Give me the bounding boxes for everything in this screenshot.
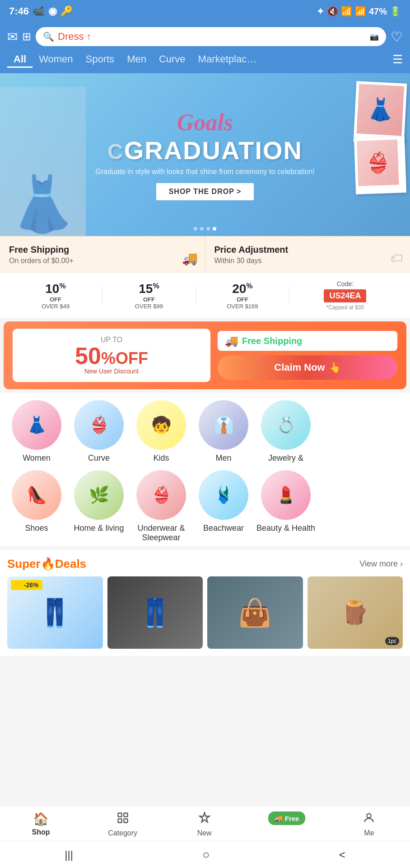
svg-rect-3: [124, 819, 127, 822]
dot-3[interactable]: [206, 227, 210, 231]
wishlist-button[interactable]: ♡: [391, 29, 403, 45]
truck-icon: 🚚: [182, 251, 198, 266]
new-icon: [198, 811, 211, 827]
women-icon: 👗: [12, 400, 61, 450]
category-men-label: Men: [215, 453, 231, 463]
jewelry-icon: 💍: [261, 400, 311, 450]
deal-card-3[interactable]: 👜: [207, 576, 303, 649]
deal-card-4[interactable]: 🪵 1pc: [308, 576, 403, 649]
category-row-1: 👗 Women 👙 Curve 🧒 Kids 👔 Men 💍: [0, 400, 410, 463]
category-beauty[interactable]: 💄 Beauty & Health: [256, 470, 315, 542]
deal-badge-1: ⚡ -26%: [11, 580, 42, 590]
category-beachwear[interactable]: 🩱 Beachwear: [194, 470, 253, 542]
search-arrow: ↑: [87, 31, 92, 42]
category-home-circle: 🌿: [74, 470, 124, 520]
category-row-2: 👠 Shoes 🌿 Home & living 👙 Underwear & Sl…: [0, 470, 410, 542]
discount-15: 15% OFF OVER $99: [102, 282, 196, 310]
nav-me[interactable]: Me: [351, 811, 387, 837]
hamburger-menu[interactable]: ☰: [392, 52, 403, 66]
tag-icon: 🏷: [390, 251, 403, 266]
category-curve-circle: 👙: [74, 400, 124, 450]
signal-icon: 📶: [355, 6, 366, 17]
claim-now-button[interactable]: Claim Now 👆: [218, 355, 397, 380]
code-cap: *Capped at $35: [289, 304, 401, 311]
battery-icon: 🔋: [390, 6, 401, 17]
svg-rect-0: [118, 813, 121, 817]
hero-grad-text: Graduation: [124, 136, 303, 165]
category-home[interactable]: 🌿 Home & living: [70, 470, 128, 542]
discount-10-off: OFF: [9, 296, 102, 303]
view-more-link[interactable]: View more ›: [359, 559, 403, 569]
search-bar[interactable]: 🔍 Dress ↑ 📷: [36, 27, 386, 46]
status-time: 7:46 📹 ◉ 🔑: [9, 5, 73, 17]
tab-women[interactable]: Women: [33, 51, 79, 68]
discount-20-percent: 20%: [196, 282, 289, 296]
shop-label: Shop: [32, 828, 50, 836]
category-curve[interactable]: 👙 Curve: [70, 400, 128, 463]
discount-row: 10% OFF OVER $49 15% OFF OVER $99 20% OF…: [0, 273, 410, 318]
free-ship-promo: 🚚 Free Shipping: [218, 331, 397, 351]
hero-cta-button[interactable]: SHOP THE DROP >: [156, 183, 254, 200]
nav-free[interactable]: 🚚 Free: [268, 811, 306, 837]
android-back-btn[interactable]: <: [339, 849, 345, 861]
price-adjustment-sub: Within 30 days: [214, 257, 401, 265]
polaroid-1: 👗: [354, 81, 407, 144]
tab-sports[interactable]: Sports: [79, 51, 121, 68]
category-shoes-circle: 👠: [12, 470, 61, 520]
nav-new[interactable]: New: [186, 811, 223, 837]
tab-curve[interactable]: Curve: [153, 51, 192, 68]
discount-code-section[interactable]: Code: US24EA *Capped at $35: [289, 280, 401, 311]
hero-content: Goals CGraduation Graduate in style with…: [95, 109, 315, 200]
beach-icon: 🩱: [199, 470, 248, 520]
category-underwear-label: Underwear & Sleepwear: [136, 524, 186, 542]
calendar-button[interactable]: ⊞: [22, 30, 31, 43]
curve-icon: 👙: [74, 400, 124, 450]
category-curve-label: Curve: [88, 453, 110, 463]
category-underwear[interactable]: 👙 Underwear & Sleepwear: [132, 470, 191, 542]
mail-button[interactable]: ✉: [7, 29, 18, 44]
category-men[interactable]: 👔 Men: [194, 400, 253, 463]
category-jewelry[interactable]: 💍 Jewelry &: [256, 400, 315, 463]
category-jewelry-label: Jewelry &: [268, 453, 303, 463]
deal-img-1: 👖 ⚡ -26%: [7, 576, 103, 649]
tab-marketplace[interactable]: Marketplac…: [192, 51, 263, 68]
free-truck-icon: 🚚: [275, 814, 283, 822]
nav-shop[interactable]: 🏠 Shop: [23, 811, 59, 837]
free-shipping-banner[interactable]: Free Shipping On orders of $0.00+ 🚚: [0, 236, 205, 273]
nav-tabs: All Women Sports Men Curve Marketplac… ☰: [0, 51, 410, 73]
category-women-circle: 👗: [12, 400, 61, 450]
dot-4[interactable]: [213, 227, 216, 231]
dot-1[interactable]: [194, 227, 197, 231]
deal-img-2: 👖: [107, 576, 203, 649]
category-shoes[interactable]: 👠 Shoes: [7, 470, 66, 542]
category-beauty-circle: 💄: [261, 470, 311, 520]
new-label: New: [197, 829, 212, 837]
tab-all[interactable]: All: [7, 51, 33, 68]
tab-men[interactable]: Men: [121, 51, 153, 68]
deal-card-1[interactable]: 👖 ⚡ -26%: [7, 576, 103, 649]
promo-banner[interactable]: UP TO 50%OFF New User Discount 🚚 Free Sh…: [4, 321, 406, 389]
category-beach-circle: 🩱: [199, 470, 248, 520]
promo-right: 🚚 Free Shipping Claim Now 👆: [218, 331, 397, 380]
flame-icon: 🔥: [41, 557, 55, 571]
price-adjustment-banner[interactable]: Price Adjustment Within 30 days 🏷: [205, 236, 410, 273]
super-deals-section: Super🔥Deals View more › 👖 ⚡ -26% 👖 👜 🪵 1…: [0, 550, 410, 656]
info-banners: Free Shipping On orders of $0.00+ 🚚 Pric…: [0, 236, 410, 273]
android-home-btn[interactable]: ○: [202, 848, 210, 862]
search-icon: 🔍: [43, 31, 54, 42]
category-kids-label: Kids: [153, 453, 169, 463]
deal-1pc-badge: 1pc: [385, 637, 399, 645]
search-text: Dress: [58, 31, 84, 42]
deals-row: 👖 ⚡ -26% 👖 👜 🪵 1pc: [7, 576, 403, 649]
camera-search-icon[interactable]: 📷: [370, 33, 379, 41]
video-icon: 📹: [33, 5, 45, 17]
deal-card-2[interactable]: 👖: [107, 576, 203, 649]
android-recent-btn[interactable]: |||: [65, 849, 73, 861]
category-kids[interactable]: 🧒 Kids: [132, 400, 191, 463]
category-women[interactable]: 👗 Women: [7, 400, 66, 463]
nav-category[interactable]: Category: [105, 811, 141, 837]
dot-2[interactable]: [200, 227, 204, 231]
super-deals-header: Super🔥Deals View more ›: [7, 557, 403, 571]
discount-20-over: OVER $169: [196, 303, 289, 310]
free-text: Free: [285, 815, 299, 822]
